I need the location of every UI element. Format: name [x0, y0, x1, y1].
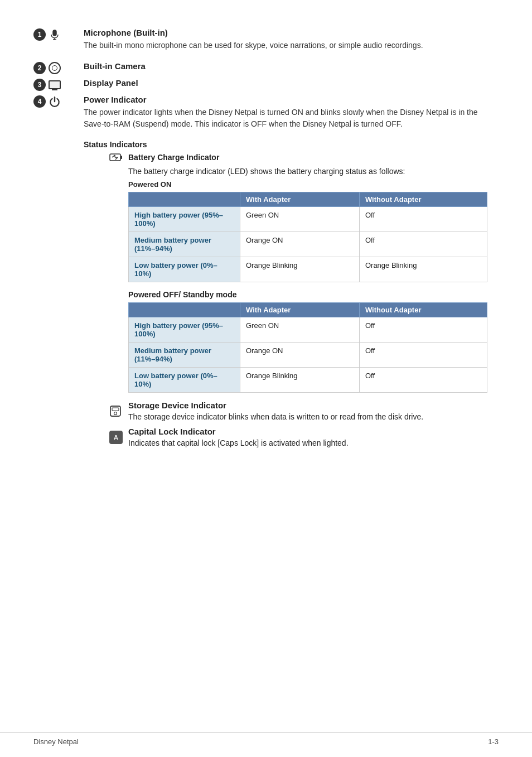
row-no-adapter: Off — [359, 368, 487, 393]
num-circle-2: 2 — [33, 62, 46, 74]
num-circle-3: 3 — [33, 79, 46, 91]
row-adapter: Orange Blinking — [240, 257, 360, 282]
capslock-icon-area: A — [84, 431, 128, 444]
section3-content: Display Panel — [84, 78, 487, 90]
page-content: 1 Microphone (Built-in) The built-in mon… — [0, 0, 532, 488]
col2-header-off: Without Adapter — [359, 303, 487, 317]
row-adapter: Orange Blinking — [240, 368, 360, 393]
section1-body: The built-in mono microphone can be used… — [84, 40, 487, 51]
camera-icon — [48, 61, 61, 75]
display-icon — [48, 78, 61, 91]
microphone-icon — [48, 28, 61, 41]
svg-point-11 — [114, 412, 117, 414]
col1-header: With Adapter — [240, 192, 360, 207]
num-circle-1: 1 — [33, 28, 46, 41]
capslock-icon: A — [109, 431, 123, 444]
battery-title-content: Battery Charge Indicator — [128, 153, 487, 162]
powered-off-section: Powered OFF/ Standby mode With Adapter W… — [128, 290, 487, 393]
row-adapter: Green ON — [240, 207, 360, 232]
section-microphone: 1 Microphone (Built-in) The built-in mon… — [33, 28, 487, 51]
capslock-title: Capital Lock Indicator — [128, 427, 487, 436]
footer-left: Disney Netpal — [33, 737, 79, 746]
row-no-adapter: Off — [359, 207, 487, 232]
row-label: High battery power (95%–100%) — [129, 207, 240, 232]
powered-off-heading: Powered OFF/ Standby mode — [128, 290, 487, 299]
storage-icon — [108, 404, 123, 418]
table-row: Low battery power (0%–10%) Orange Blinki… — [129, 368, 487, 393]
section4-icon-area: 4 — [33, 95, 78, 108]
section2-icon-area: 2 — [33, 61, 78, 75]
status-heading: Status Indicators — [84, 140, 487, 149]
table-row: High battery power (95%–100%) Green ON O… — [129, 207, 487, 232]
table-row: High battery power (95%–100%) Green ON O… — [129, 317, 487, 343]
row-label: High battery power (95%–100%) — [129, 317, 240, 343]
table-row: Low battery power (0%–10%) Orange Blinki… — [129, 257, 487, 282]
section3-title: Display Panel — [84, 78, 487, 88]
row-adapter: Orange ON — [240, 343, 360, 368]
col0-header-off — [129, 303, 240, 317]
storage-icon-area — [84, 404, 128, 418]
col0-header — [129, 192, 240, 207]
svg-rect-4 — [120, 156, 122, 159]
svg-rect-10 — [112, 408, 119, 411]
row-no-adapter: Orange Blinking — [359, 257, 487, 282]
storage-indicator-header: Storage Device Indicator The storage dev… — [84, 401, 487, 421]
row-no-adapter: Off — [359, 232, 487, 257]
section-display: 3 Display Panel — [33, 78, 487, 91]
page-footer: Disney Netpal 1-3 — [0, 732, 532, 746]
powered-on-table: With Adapter Without Adapter High batter… — [128, 192, 487, 282]
section3-icon-area: 3 — [33, 78, 78, 91]
col1-header-off: With Adapter — [240, 303, 360, 317]
storage-content: Storage Device Indicator The storage dev… — [128, 401, 487, 421]
powered-off-table: With Adapter Without Adapter High batter… — [128, 302, 487, 393]
section-camera: 2 Built-in Camera — [33, 61, 487, 75]
section2-title: Built-in Camera — [84, 61, 487, 71]
powered-on-heading: Powered ON — [128, 180, 487, 189]
battery-icon — [109, 152, 123, 162]
row-label: Low battery power (0%–10%) — [129, 257, 240, 282]
section2-content: Built-in Camera — [84, 61, 487, 73]
power-icon — [48, 95, 61, 108]
num-circle-4: 4 — [33, 95, 46, 108]
section1-title: Microphone (Built-in) — [84, 28, 487, 37]
row-label: Medium battery power (11%–94%) — [129, 343, 240, 368]
section4-content: Power Indicator The power indicator ligh… — [84, 95, 487, 130]
storage-body: The storage device indicator blinks when… — [128, 412, 487, 421]
storage-title: Storage Device Indicator — [128, 401, 487, 410]
table-row: Medium battery power (11%–94%) Orange ON… — [129, 343, 487, 368]
row-label: Low battery power (0%–10%) — [129, 368, 240, 393]
section4-title: Power Indicator — [84, 95, 487, 104]
section-power: 4 Power Indicator The power indicator li… — [33, 95, 487, 130]
status-indicators-block: Status Indicators Battery Charge Indicat… — [84, 140, 487, 447]
capslock-content: Capital Lock Indicator Indicates that ca… — [128, 427, 487, 447]
row-no-adapter: Off — [359, 317, 487, 343]
row-no-adapter: Off — [359, 343, 487, 368]
battery-indicator-header: Battery Charge Indicator — [84, 152, 487, 162]
footer-right: 1-3 — [488, 737, 499, 746]
section1-icon-area: 1 — [33, 28, 78, 41]
row-adapter: Green ON — [240, 317, 360, 343]
section1-content: Microphone (Built-in) The built-in mono … — [84, 28, 487, 51]
col2-header: Without Adapter — [359, 192, 487, 207]
powered-on-section: Powered ON With Adapter Without Adapter … — [128, 180, 487, 282]
battery-title: Battery Charge Indicator — [128, 153, 219, 162]
svg-rect-0 — [53, 30, 56, 36]
capslock-indicator-header: A Capital Lock Indicator Indicates that … — [84, 427, 487, 447]
row-adapter: Orange ON — [240, 232, 360, 257]
battery-body: The battery charge indicator (LED) shows… — [128, 167, 487, 176]
capslock-body: Indicates that capital lock [Caps Lock] … — [128, 438, 487, 447]
row-label: Medium battery power (11%–94%) — [129, 232, 240, 257]
table-row: Medium battery power (11%–94%) Orange ON… — [129, 232, 487, 257]
section4-body: The power indicator lights when the Disn… — [84, 107, 487, 130]
battery-icon-area — [84, 152, 128, 162]
